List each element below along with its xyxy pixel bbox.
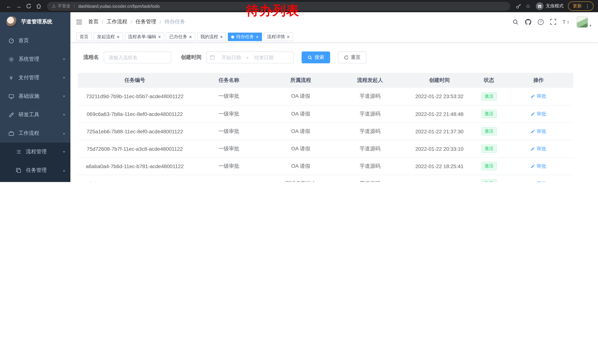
search-icon[interactable] — [513, 19, 519, 25]
app-logo[interactable]: 芋道管理系统 — [0, 12, 70, 32]
starter-cell: 芋道源码 — [335, 157, 405, 175]
create-time-cell: 2022-01-21 22:43:55 — [405, 175, 474, 182]
close-icon[interactable]: × — [189, 34, 192, 39]
end-date-input[interactable] — [249, 55, 279, 60]
approve-link[interactable]: 审批 — [531, 111, 546, 117]
sidebar-item-dev-tools[interactable]: 研发工具 ▾ — [0, 105, 70, 124]
close-icon[interactable]: × — [220, 34, 223, 39]
sidebar-item-system-management[interactable]: 系统管理 ▾ — [0, 50, 70, 68]
monitor-icon — [8, 94, 15, 99]
sidebar-item-workflow[interactable]: 工作流程 ▴ — [0, 124, 70, 143]
sidebar-collapse-icon[interactable] — [75, 19, 83, 25]
browser-menu-icon[interactable]: ⋮ — [585, 3, 590, 9]
create-time-label: 创建时间 — [181, 54, 201, 61]
breadcrumb-item-workflow[interactable]: 工作流程 — [107, 18, 127, 25]
task-name-cell: 一级审批 — [192, 122, 266, 140]
approve-link-label: 审批 — [537, 111, 546, 117]
calendar-icon — [210, 55, 215, 60]
chevron-up-icon: ▴ — [63, 131, 65, 135]
starter-cell: 芋道源码 — [335, 88, 405, 105]
close-icon[interactable]: × — [287, 34, 290, 39]
table-header-row: 任务编号 任务名称 所属流程 流程发起人 创建时间 状态 操作 — [78, 73, 573, 88]
start-date-input[interactable] — [216, 55, 246, 60]
font-size-icon[interactable]: TT — [563, 19, 570, 25]
task-id-cell: a6aba0a4-7b6d-11ec-b781-acde48001122 — [78, 157, 192, 175]
task-id-cell: 069c6a63-7b8a-11ec-8ef0-acde48001122 — [78, 105, 192, 122]
tab-home[interactable]: 首页 — [76, 32, 92, 41]
github-icon[interactable] — [525, 19, 532, 25]
browser-forward-icon[interactable]: → — [14, 1, 24, 11]
status-badge: 激活 — [481, 162, 497, 170]
incognito-badge: 无痕模式 — [536, 2, 564, 10]
edit-icon — [531, 129, 535, 133]
tab-label: 我的流程 — [200, 34, 218, 40]
chevron-down-icon: ▾ — [63, 150, 65, 154]
sidebar-item-label: 任务管理 — [26, 167, 47, 174]
active-tab-dot — [231, 35, 234, 38]
reset-button-label: 重置 — [351, 54, 360, 61]
tab-my-processes[interactable]: 我的流程 × — [197, 32, 226, 41]
process-cell: OA 请假 — [266, 140, 335, 157]
tab-start-process[interactable]: 发起流程 × — [94, 32, 123, 41]
sidebar-item-home[interactable]: 首页 — [0, 32, 70, 50]
close-icon[interactable]: × — [158, 34, 161, 39]
sidebar-item-process-management[interactable]: 流程管理 ▾ — [0, 143, 70, 161]
close-icon[interactable]: × — [117, 34, 119, 39]
approve-link[interactable]: 审批 — [531, 145, 546, 152]
sidebar-item-infrastructure[interactable]: 基础设施 ▾ — [0, 87, 70, 105]
password-key-icon[interactable] — [514, 3, 523, 9]
status-badge: 激活 — [481, 179, 497, 182]
sidebar-item-task-management[interactable]: 任务管理 ▴ — [0, 161, 70, 180]
navbar-right-menu: ? TT ▾ — [513, 16, 591, 28]
search-button[interactable]: 搜索 — [302, 51, 330, 63]
breadcrumb-separator: / — [131, 19, 132, 25]
browser-home-icon[interactable] — [34, 1, 44, 11]
task-name-cell: 一级审批 — [192, 105, 266, 122]
process-cell: OA 请假 — [266, 122, 335, 140]
user-avatar-menu[interactable]: ▾ — [577, 16, 591, 28]
status-badge: 激活 — [481, 145, 497, 153]
approve-link[interactable]: 审批 — [531, 93, 546, 100]
breadcrumb-item-task-management[interactable]: 任务管理 — [136, 18, 156, 25]
tab-process-detail[interactable]: 流程详情 × — [264, 32, 293, 41]
approve-link-label: 审批 — [537, 163, 546, 170]
approve-link-label: 审批 — [537, 128, 546, 135]
table-row: 725a1eb6-7b88-11ec-8ef0-acde48001122 一级审… — [78, 122, 573, 140]
column-header-task-name: 任务名称 — [192, 73, 266, 88]
approve-link[interactable]: 审批 — [531, 180, 546, 182]
breadcrumb-item-home[interactable]: 首页 — [88, 18, 99, 25]
address-divider — [74, 4, 75, 8]
reset-button[interactable]: 重置 — [338, 51, 366, 63]
tab-process-form-edit[interactable]: 流程表单-编辑 × — [125, 32, 164, 41]
sidebar-item-label: 基础设施 — [18, 93, 39, 100]
approve-link[interactable]: 审批 — [531, 128, 546, 135]
fullscreen-icon[interactable] — [550, 19, 556, 25]
tab-todo-tasks[interactable]: 待办任务 × — [228, 32, 262, 41]
browser-back-icon[interactable]: ← — [4, 1, 14, 11]
sidebar-item-my-processes[interactable]: 我的流程 — [0, 180, 70, 182]
briefcase-icon — [8, 130, 15, 136]
process-name-input[interactable] — [104, 51, 171, 63]
table-row: a6aba0a4-7b6d-11ec-b781-acde48001122 一级审… — [78, 157, 573, 175]
update-button[interactable]: 更新 ⋮ — [568, 1, 594, 11]
edit-icon — [531, 146, 535, 151]
task-id-cell: 725a1eb6-7b88-11ec-8ef0-acde48001122 — [78, 122, 192, 140]
bookmark-star-icon[interactable]: ☆ — [523, 3, 533, 9]
sidebar-item-payment-management[interactable]: ¥ 支付管理 ▾ — [0, 68, 70, 87]
sidebar-item-label: 研发工具 — [18, 112, 39, 118]
edit-icon — [531, 164, 535, 168]
app-title: 芋道管理系统 — [21, 18, 52, 25]
help-icon[interactable]: ? — [538, 19, 544, 25]
close-icon[interactable]: × — [256, 34, 259, 39]
not-secure-label: 不安全 — [58, 3, 71, 9]
task-name-cell: 一级审批 — [192, 157, 266, 175]
starter-cell: 芋道源码 — [335, 105, 405, 122]
tab-done-tasks[interactable]: 已办任务 × — [166, 32, 195, 41]
approve-link[interactable]: 审批 — [531, 163, 546, 170]
date-range-picker[interactable]: - — [206, 51, 294, 63]
task-table: 任务编号 任务名称 所属流程 流程发起人 创建时间 状态 操作 73211d9d… — [78, 73, 573, 182]
starter-cell: 芋道源码 — [335, 175, 405, 182]
browser-reload-icon[interactable] — [24, 1, 34, 11]
yen-icon: ¥ — [8, 75, 15, 81]
dashboard-icon — [8, 38, 15, 43]
